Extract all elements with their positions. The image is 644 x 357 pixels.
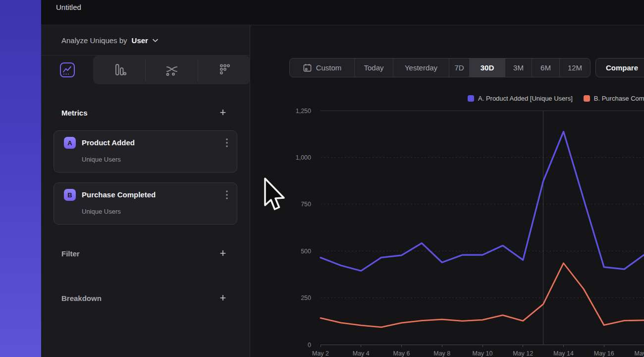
metric-name: Purchase Completed	[82, 189, 156, 200]
metric-card-a[interactable]: A Product Added Unique Users	[54, 130, 237, 173]
metrics-title: Metrics	[61, 109, 88, 117]
chart-panel: CustomTodayYesterday7D30D3M6M12M Compare…	[251, 25, 644, 357]
svg-text:May 18: May 18	[635, 350, 644, 357]
chart-type-tab-strip	[41, 56, 250, 84]
metric-name: Product Added	[82, 137, 135, 148]
svg-text:May 8: May 8	[433, 350, 450, 357]
metric-measure[interactable]: Unique Users	[82, 156, 121, 163]
svg-text:0: 0	[308, 342, 311, 349]
kebab-menu-icon[interactable]	[226, 138, 228, 147]
metric-badge-a: A	[64, 137, 76, 149]
tab-line-chart[interactable]	[41, 56, 93, 84]
svg-text:May 16: May 16	[594, 350, 614, 357]
svg-text:May 12: May 12	[513, 350, 533, 357]
tab-bar-chart[interactable]	[93, 56, 145, 84]
svg-text:500: 500	[301, 248, 311, 255]
app-header: Untitled	[41, 0, 644, 25]
app-window: Untitled Analyze Uniques by User	[0, 0, 644, 357]
query-builder-panel: Analyze Uniques by User	[41, 25, 250, 357]
funnel-chart-icon	[216, 62, 232, 78]
analyze-label: Analyze Uniques by	[61, 36, 127, 45]
tab-flow-chart[interactable]	[146, 56, 198, 84]
metric-badge-b: B	[64, 189, 76, 201]
metric-measure[interactable]: Unique Users	[82, 208, 121, 215]
svg-text:250: 250	[301, 295, 311, 301]
brand-gradient-strip	[0, 0, 41, 357]
metric-card-b[interactable]: B Purchase Completed Unique Users	[54, 182, 237, 225]
flow-chart-icon	[163, 61, 180, 78]
mouse-cursor	[264, 178, 288, 213]
report-title[interactable]: Untitled	[56, 3, 81, 11]
chevron-down-icon	[153, 39, 158, 42]
analyze-uniques-dropdown[interactable]: Analyze Uniques by User	[41, 25, 250, 56]
svg-text:May 6: May 6	[393, 350, 410, 357]
metrics-section-header: Metrics +	[61, 107, 227, 119]
svg-text:May 14: May 14	[553, 350, 574, 357]
add-filter-button[interactable]: +	[219, 249, 227, 257]
svg-text:1,000: 1,000	[296, 154, 311, 161]
line-chart: 02505007501,0001,250May 2May 4May 6May 8…	[251, 25, 644, 357]
add-breakdown-button[interactable]: +	[219, 294, 227, 302]
bar-chart-icon	[111, 62, 127, 78]
svg-text:750: 750	[301, 201, 311, 208]
breakdown-title: Breakdown	[61, 294, 102, 302]
filter-section-header: Filter +	[61, 247, 227, 259]
svg-text:1,250: 1,250	[296, 108, 311, 115]
svg-text:May 4: May 4	[353, 350, 370, 357]
kebab-menu-icon[interactable]	[226, 190, 228, 199]
analyze-value: User	[132, 36, 148, 45]
add-metric-button[interactable]: +	[219, 109, 227, 117]
tab-funnel-chart[interactable]	[198, 56, 250, 84]
svg-text:May 10: May 10	[473, 350, 493, 357]
line-chart-icon	[59, 61, 76, 78]
breakdown-section-header: Breakdown +	[61, 292, 227, 304]
svg-text:May 2: May 2	[312, 350, 329, 357]
filter-title: Filter	[61, 249, 80, 258]
